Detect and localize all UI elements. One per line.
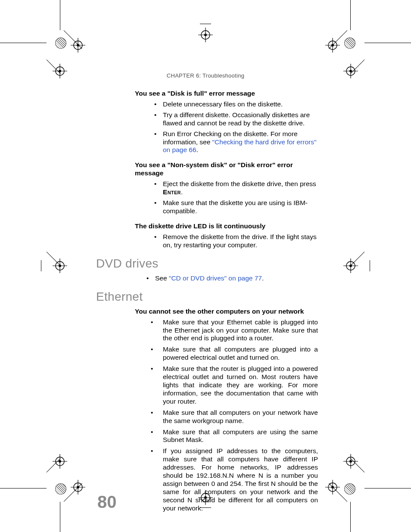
crop-line bbox=[364, 488, 411, 488]
bullet-list: Make sure that your Ethernet cable is pl… bbox=[151, 318, 318, 513]
bullet-list: Delete unnecessary files on the diskette… bbox=[154, 100, 318, 154]
bullet-list: Remove the diskette from the drive. If t… bbox=[154, 233, 318, 249]
registration-mark-icon bbox=[71, 38, 85, 53]
hatched-circle-icon bbox=[344, 37, 355, 49]
bullet-list: Eject the diskette from the diskette dri… bbox=[154, 180, 318, 215]
list-text: Make sure that all computers on your net… bbox=[163, 409, 318, 424]
chapter-header: CHAPTER 6: Troubleshooting bbox=[0, 72, 411, 79]
registration-mark-icon bbox=[343, 454, 358, 469]
list-text: Make sure that all computers are plugged… bbox=[163, 345, 318, 361]
list-item: Remove the diskette from the drive. If t… bbox=[154, 233, 318, 249]
list-item: Make sure that your Ethernet cable is pl… bbox=[151, 318, 318, 343]
crop-tick bbox=[370, 260, 370, 271]
list-item: Make sure that the diskette you are usin… bbox=[154, 199, 318, 215]
list-item: Make sure that all computers on your net… bbox=[151, 409, 318, 425]
cross-ref-link[interactable]: "CD or DVD drives" on page 77 bbox=[169, 274, 262, 282]
hatched-circle-icon bbox=[55, 37, 66, 49]
registration-mark-icon bbox=[53, 258, 67, 273]
subhead-led-lit: The diskette drive LED is lit continuous… bbox=[135, 222, 318, 230]
subhead-ethernet-visibility: You cannot see the other computers on yo… bbox=[135, 308, 318, 316]
bullet-list: See "CD or DVD drives" on page 77. bbox=[146, 274, 318, 283]
registration-mark-icon bbox=[53, 454, 67, 469]
crop-line bbox=[350, 502, 351, 532]
crop-line bbox=[0, 488, 47, 488]
registration-mark-icon bbox=[71, 480, 85, 495]
registration-mark-icon bbox=[198, 28, 213, 42]
page: CHAPTER 6: Troubleshooting You see a "Di… bbox=[0, 0, 411, 532]
registration-mark-icon bbox=[325, 38, 340, 53]
list-text: . bbox=[262, 274, 264, 282]
list-text: Make sure that the diskette you are usin… bbox=[163, 199, 308, 215]
list-text: Try a different diskette. Occasionally d… bbox=[163, 111, 310, 127]
list-text: Make sure that your Ethernet cable is pl… bbox=[163, 318, 318, 342]
subhead-disk-full: You see a "Disk is full" error message bbox=[135, 90, 318, 98]
crop-line bbox=[364, 43, 411, 43]
registration-mark-icon bbox=[343, 258, 358, 273]
crop-tick bbox=[200, 24, 211, 24]
list-text: Eject the diskette from the diskette dri… bbox=[163, 180, 316, 187]
list-item: If you assigned IP addresses to the comp… bbox=[151, 447, 318, 512]
list-item: Eject the diskette from the diskette dri… bbox=[154, 180, 318, 196]
section-heading-ethernet: Ethernet bbox=[96, 289, 318, 304]
crop-line bbox=[60, 502, 60, 532]
crop-tick bbox=[41, 260, 41, 271]
list-text: Make sure that all computers are using t… bbox=[163, 428, 318, 444]
list-text: If you assigned IP addresses to the comp… bbox=[163, 447, 318, 511]
list-text: Make sure that the router is plugged int… bbox=[163, 365, 318, 405]
crop-line bbox=[0, 43, 47, 43]
list-item: Make sure that the router is plugged int… bbox=[151, 365, 318, 406]
key-label: Enter bbox=[163, 188, 181, 196]
list-item: Make sure that all computers are using t… bbox=[151, 428, 318, 445]
hatched-circle-icon bbox=[55, 483, 66, 495]
crop-line bbox=[350, 0, 351, 30]
registration-mark-icon bbox=[325, 480, 340, 495]
content-body: You see a "Disk is full" error message D… bbox=[96, 90, 318, 520]
list-item: Make sure that all computers are plugged… bbox=[151, 345, 318, 362]
list-item: Run Error Checking on the diskette. For … bbox=[154, 130, 318, 155]
list-item: See "CD or DVD drives" on page 77. bbox=[146, 274, 318, 283]
list-item: Try a different diskette. Occasionally d… bbox=[154, 111, 318, 128]
hatched-circle-icon bbox=[344, 483, 355, 495]
list-text: See bbox=[155, 274, 169, 282]
list-text: . bbox=[181, 188, 183, 196]
section-heading-dvd: DVD drives bbox=[96, 256, 318, 271]
list-item: Delete unnecessary files on the diskette… bbox=[154, 100, 318, 109]
list-text: Delete unnecessary files on the diskette… bbox=[163, 100, 283, 108]
page-number: 80 bbox=[97, 492, 117, 512]
subhead-non-system-disk: You see a "Non-system disk" or "Disk err… bbox=[135, 161, 318, 177]
crop-line bbox=[60, 0, 60, 30]
list-text: Remove the diskette from the drive. If t… bbox=[163, 233, 317, 249]
list-text: . bbox=[196, 146, 198, 153]
